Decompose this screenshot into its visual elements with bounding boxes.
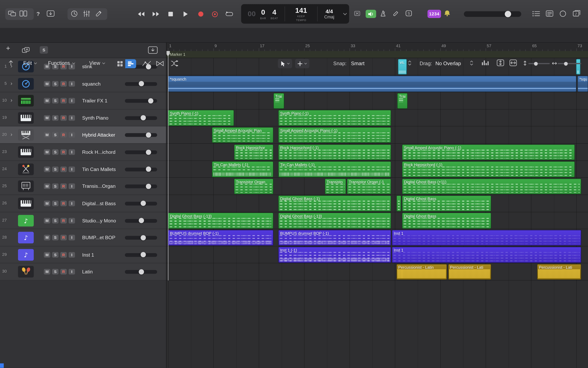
mute-button[interactable]: M xyxy=(44,252,50,258)
input-monitor-button[interactable]: I xyxy=(69,132,75,138)
flex-icon[interactable] xyxy=(156,60,164,67)
record-enable-button[interactable]: R xyxy=(60,81,67,86)
mute-button[interactable]: M xyxy=(44,184,50,189)
midi-region[interactable]: Digital Ghost Bass xyxy=(402,213,491,229)
mute-button[interactable]: M xyxy=(44,201,50,206)
volume-knob[interactable] xyxy=(141,235,146,240)
midi-region[interactable]: Synth Piano (-1) xyxy=(278,110,391,126)
midi-region[interactable]: Small Amped Acoustic Pian xyxy=(212,127,273,143)
volume-knob[interactable] xyxy=(139,81,144,86)
marker[interactable]: Marker 1 xyxy=(170,52,185,57)
midi-region[interactable]: Inst 1 xyxy=(392,247,581,263)
lcd-tempo-value[interactable]: 141 xyxy=(295,7,307,14)
input-monitor-button[interactable]: I xyxy=(69,184,75,189)
record-enable-button[interactable]: R xyxy=(60,166,67,172)
track-header-row[interactable]: 27♪MSRIStudio...y Mono xyxy=(0,212,166,229)
solo-button[interactable]: S xyxy=(52,98,59,104)
record-enable-button[interactable]: R xyxy=(60,115,67,121)
track-name[interactable]: BUMP...et BOP xyxy=(82,235,124,240)
track-volume-slider[interactable] xyxy=(125,116,157,120)
pencil-icon[interactable] xyxy=(393,11,399,17)
volume-knob[interactable] xyxy=(139,218,144,223)
windows-icon[interactable] xyxy=(8,10,16,17)
track-icon-note-green[interactable]: ♪ xyxy=(18,215,34,226)
notepad-icon[interactable] xyxy=(546,10,553,17)
list-icon[interactable] xyxy=(532,11,540,17)
midi-region[interactable]: BUMPUS drumset BOP (-1) xyxy=(278,230,391,246)
midi-region[interactable]: Transisto xyxy=(325,178,346,194)
track-header-row[interactable]: 23MSRIRock H...ichord xyxy=(0,144,166,161)
panel-divider[interactable] xyxy=(166,42,167,368)
volume-knob[interactable] xyxy=(148,98,153,103)
track-header-row[interactable]: 19MSRISynth Piano xyxy=(0,109,166,127)
mute-button[interactable]: M xyxy=(44,269,50,275)
track-volume-slider[interactable] xyxy=(125,150,157,154)
track-name[interactable]: Inst 1 xyxy=(82,252,124,258)
track-name[interactable]: Synth Piano xyxy=(82,115,124,121)
count-in-badge[interactable]: 1234 xyxy=(428,10,441,18)
audio-region[interactable]: vs. xyxy=(398,59,407,75)
midi-region[interactable]: Digital Ghost Bass xyxy=(402,196,491,212)
volume-knob[interactable] xyxy=(141,201,146,206)
audio-region[interactable]: Percussionist - Lati xyxy=(537,264,581,280)
track-name[interactable]: Rock H...ichord xyxy=(82,149,124,155)
track-icon-keys[interactable] xyxy=(18,198,34,209)
horizontal-fit-icon[interactable] xyxy=(509,59,517,66)
master-volume-slider[interactable] xyxy=(464,11,521,17)
record-enable-button[interactable]: R xyxy=(60,269,67,275)
track-volume-slider[interactable] xyxy=(125,236,157,240)
lcd-bar-value[interactable]: 0 xyxy=(261,9,265,16)
mute-button[interactable]: M xyxy=(44,149,50,155)
alert-bell-icon[interactable] xyxy=(444,10,451,17)
track-volume-slider[interactable] xyxy=(125,219,157,223)
vertical-zoom-knob[interactable] xyxy=(534,62,538,65)
record-enable-button[interactable]: R xyxy=(60,252,67,258)
midi-region[interactable]: Digital Ghost Bass (+11) xyxy=(402,178,581,194)
track-icon-synth-green[interactable] xyxy=(18,95,34,107)
lcd-position-section[interactable]: 00 0 BAR 4 BEAT xyxy=(241,4,285,24)
midi-region[interactable]: Rock Harpsichord (-1) xyxy=(278,144,391,160)
global-solo-button[interactable]: S xyxy=(40,46,48,54)
track-volume-slider[interactable] xyxy=(125,168,157,171)
track-volume-slider[interactable] xyxy=(125,253,157,257)
midi-region[interactable]: Inst 1 xyxy=(392,230,581,246)
horizontal-zoom-slider[interactable] xyxy=(558,63,581,64)
input-monitor-button[interactable]: I xyxy=(69,115,75,121)
regions-view-icon[interactable] xyxy=(125,59,136,68)
solo-button[interactable]: S xyxy=(52,132,59,138)
midi-region[interactable]: Rock Harpsichord (-1) xyxy=(402,161,575,177)
record-enable-button[interactable]: R xyxy=(60,98,67,104)
midi-region[interactable]: Rock Harpsichor xyxy=(234,144,273,160)
midi-region[interactable]: Tin Can Mallets (-1) xyxy=(212,161,273,177)
media-browser-icon[interactable]: ♪ xyxy=(573,10,581,17)
lcd-key[interactable]: Cmaj xyxy=(324,15,334,19)
bar-ruler[interactable]: 191725334149576573 xyxy=(166,42,588,51)
solo-button[interactable]: S xyxy=(52,184,59,189)
track-volume-slider[interactable] xyxy=(125,133,157,137)
mute-button[interactable]: M xyxy=(44,235,50,240)
meter-icon[interactable] xyxy=(481,60,490,66)
record-enable-button[interactable]: R xyxy=(60,235,67,240)
input-monitor-button[interactable]: I xyxy=(69,81,75,86)
pencil-icon[interactable] xyxy=(95,10,102,17)
mute-button[interactable]: M xyxy=(44,166,50,172)
input-monitor-button[interactable]: I xyxy=(69,218,75,223)
midi-region[interactable]: Synth Piano (-1) xyxy=(168,110,234,126)
track-icon-meter-blue[interactable] xyxy=(18,78,34,89)
solo-button[interactable]: S xyxy=(52,201,59,206)
midi-region[interactable]: Digital Ghost Bass (-13) xyxy=(168,213,273,229)
track-name[interactable]: Latin xyxy=(82,269,124,275)
track-name[interactable]: squanch xyxy=(82,81,124,86)
track-header-row[interactable]: 28♪MSRIBUMP...et BOP xyxy=(0,229,166,246)
volume-knob[interactable] xyxy=(139,269,144,274)
audio-region[interactable] xyxy=(576,59,581,75)
cycle-button[interactable] xyxy=(225,11,234,17)
add-track-button[interactable]: + xyxy=(6,44,10,52)
inspector-icon[interactable] xyxy=(46,10,55,17)
play-button[interactable] xyxy=(183,11,188,17)
midi-region[interactable]: BUMPUS drumset BOP (-1) xyxy=(168,230,273,246)
midi-region[interactable]: Small Amped Acoustic Piano (-1) xyxy=(402,144,575,160)
track-header-config-button[interactable] xyxy=(148,46,158,54)
audio-region[interactable]: Percussionist - Lati xyxy=(448,264,491,280)
split-arrows-icon[interactable] xyxy=(171,60,180,67)
